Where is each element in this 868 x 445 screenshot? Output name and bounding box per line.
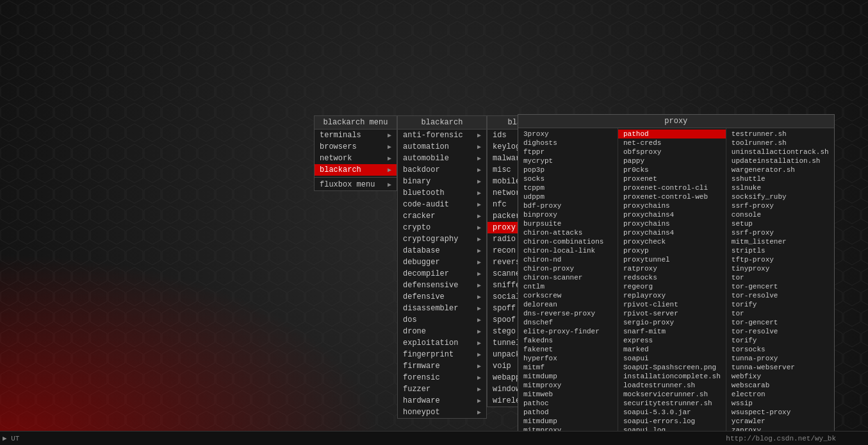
menu-item-browsers[interactable]: browsers ▶ xyxy=(315,141,397,153)
proxy-item[interactable]: updateinstallation.sh xyxy=(726,156,834,165)
proxy-item[interactable]: net-creds xyxy=(618,139,726,147)
proxy-item[interactable]: ftppr xyxy=(518,147,618,156)
category-database[interactable]: database ▶ xyxy=(398,245,486,256)
proxy-item[interactable]: rpivot-server xyxy=(618,309,726,318)
category-fingerprint[interactable]: fingerprint ▶ xyxy=(398,349,486,360)
category-firmware[interactable]: firmware ▶ xyxy=(398,360,486,372)
proxy-item[interactable]: installationcomplete.sh xyxy=(618,372,726,381)
proxy-item[interactable]: chiron-combinations xyxy=(518,237,618,246)
proxy-item[interactable]: obfsproxy xyxy=(618,147,726,156)
proxy-item[interactable]: chiron-nd xyxy=(518,255,618,264)
category-honeypot[interactable]: honeypot ▶ xyxy=(398,407,486,418)
proxy-item[interactable]: express xyxy=(618,336,726,345)
proxy-item[interactable]: tinyproxy xyxy=(726,264,834,273)
menu-item-network[interactable]: network ▶ xyxy=(315,153,397,164)
proxy-item[interactable]: proxyp xyxy=(618,246,726,255)
proxy-item[interactable]: setup xyxy=(726,219,834,228)
proxy-item[interactable]: torify xyxy=(726,336,834,345)
category-anti-forensic[interactable]: anti-forensic ▶ xyxy=(398,130,486,141)
category-defensensive[interactable]: defensensive ▶ xyxy=(398,280,486,291)
category-disassembler[interactable]: disassembler ▶ xyxy=(398,303,486,314)
proxy-item[interactable]: securitytestrunner.sh xyxy=(618,399,726,408)
category-exploitation[interactable]: exploitation ▶ xyxy=(398,337,486,349)
proxy-item[interactable]: chiron-local-link xyxy=(518,246,618,255)
proxy-item[interactable]: udppm xyxy=(518,192,618,201)
proxy-item[interactable]: toolrunner.sh xyxy=(726,139,834,147)
category-code-audit[interactable]: code-audit ▶ xyxy=(398,199,486,210)
proxy-item[interactable]: corkscrew xyxy=(518,291,618,300)
proxy-item[interactable]: proxenet-control-web xyxy=(618,192,726,201)
proxy-item[interactable]: tor-resolve xyxy=(726,327,834,336)
proxy-item[interactable]: rpivot-client xyxy=(618,300,726,309)
proxy-item[interactable]: mockservicerunner.sh xyxy=(618,390,726,399)
proxy-item[interactable]: sergio-proxy xyxy=(618,318,726,327)
proxy-item[interactable]: proxychains xyxy=(618,201,726,210)
proxy-item[interactable]: proxychains xyxy=(618,219,726,228)
proxy-item[interactable]: 3proxy xyxy=(518,130,618,139)
proxy-item[interactable]: tor-resolve xyxy=(726,291,834,300)
proxy-item-pathod[interactable]: pathod xyxy=(618,130,726,139)
menu-item-terminals[interactable]: terminals ▶ xyxy=(315,130,397,141)
proxy-item[interactable]: hyperfox xyxy=(518,354,618,363)
proxy-item[interactable]: pappy xyxy=(618,156,726,165)
proxy-item[interactable]: testrunner.sh xyxy=(726,130,834,139)
proxy-item[interactable]: dns-reverse-proxy xyxy=(518,309,618,318)
proxy-item[interactable]: SoapUI-Spashscreen.png xyxy=(618,363,726,372)
menu-item-fluxbox[interactable]: fluxbox menu ▶ xyxy=(315,179,397,190)
proxy-item[interactable]: wsuspect-proxy xyxy=(726,408,834,417)
proxy-item[interactable]: binproxy xyxy=(518,210,618,219)
proxy-item[interactable]: dighosts xyxy=(518,139,618,147)
proxy-item[interactable]: mitmproxy xyxy=(518,381,618,390)
category-drone[interactable]: drone ▶ xyxy=(398,326,486,337)
proxy-item[interactable]: fakenet xyxy=(518,345,618,354)
category-hardware[interactable]: hardware ▶ xyxy=(398,395,486,407)
proxy-item[interactable]: tor xyxy=(726,273,834,282)
proxy-item[interactable]: torify xyxy=(726,300,834,309)
proxy-item[interactable]: ssrf-proxy xyxy=(726,201,834,210)
proxy-item[interactable]: pop3p xyxy=(518,165,618,174)
proxy-item[interactable]: proxenet-control-cli xyxy=(618,183,726,192)
proxy-item[interactable]: dnschef xyxy=(518,318,618,327)
proxy-item[interactable]: tftp-proxy xyxy=(726,255,834,264)
proxy-item[interactable]: sslnuke xyxy=(726,183,834,192)
category-defensive[interactable]: defensive ▶ xyxy=(398,291,486,303)
category-backdoor[interactable]: backdoor ▶ xyxy=(398,164,486,176)
proxy-item[interactable]: proxenet xyxy=(618,174,726,183)
proxy-item[interactable]: marked xyxy=(618,345,726,354)
proxy-item[interactable]: socksify_ruby xyxy=(726,192,834,201)
proxy-item[interactable]: tor xyxy=(726,309,834,318)
proxy-item[interactable]: console xyxy=(726,210,834,219)
proxy-item[interactable]: ratproxy xyxy=(618,264,726,273)
proxy-item[interactable]: uninstallactiontrack.sh xyxy=(726,147,834,156)
proxy-item[interactable]: pathod xyxy=(518,408,618,417)
proxy-item[interactable]: snarf-mitm xyxy=(618,327,726,336)
proxy-item[interactable]: ycrawler xyxy=(726,417,834,426)
category-fuzzer[interactable]: fuzzer ▶ xyxy=(398,383,486,395)
proxy-item[interactable]: wssip xyxy=(726,399,834,408)
proxy-item[interactable]: bdf-proxy xyxy=(518,201,618,210)
proxy-item[interactable]: delorean xyxy=(518,300,618,309)
proxy-item[interactable]: webfixy xyxy=(726,372,834,381)
menu-item-blackarch[interactable]: blackarch ▶ xyxy=(315,164,397,176)
category-dos[interactable]: dos ▶ xyxy=(398,314,486,326)
proxy-item[interactable]: proxychains4 xyxy=(618,210,726,219)
category-cryptography[interactable]: cryptography ▶ xyxy=(398,233,486,245)
category-automation[interactable]: automation ▶ xyxy=(398,141,486,153)
category-debugger[interactable]: debugger ▶ xyxy=(398,256,486,268)
proxy-item[interactable]: mitm_listener xyxy=(726,237,834,246)
proxy-item[interactable]: electron xyxy=(726,390,834,399)
proxy-item[interactable]: mitmf xyxy=(518,363,618,372)
category-crypto[interactable]: crypto ▶ xyxy=(398,222,486,233)
proxy-item[interactable]: cntlm xyxy=(518,282,618,291)
proxy-item[interactable]: proxychains4 xyxy=(618,228,726,237)
proxy-item[interactable]: soapui-5.3.0.jar xyxy=(618,408,726,417)
proxy-item[interactable]: ssrf-proxy xyxy=(726,228,834,237)
proxy-item[interactable]: pr0cks xyxy=(618,165,726,174)
proxy-item[interactable]: socks xyxy=(518,174,618,183)
proxy-item[interactable]: tor-gencert xyxy=(726,318,834,327)
proxy-item[interactable]: tor-gencert xyxy=(726,282,834,291)
proxy-item[interactable]: chiron-proxy xyxy=(518,264,618,273)
proxy-item[interactable]: torsocks xyxy=(726,345,834,354)
proxy-item[interactable]: chiron-scanner xyxy=(518,273,618,282)
proxy-item[interactable]: elite-proxy-finder xyxy=(518,327,618,336)
